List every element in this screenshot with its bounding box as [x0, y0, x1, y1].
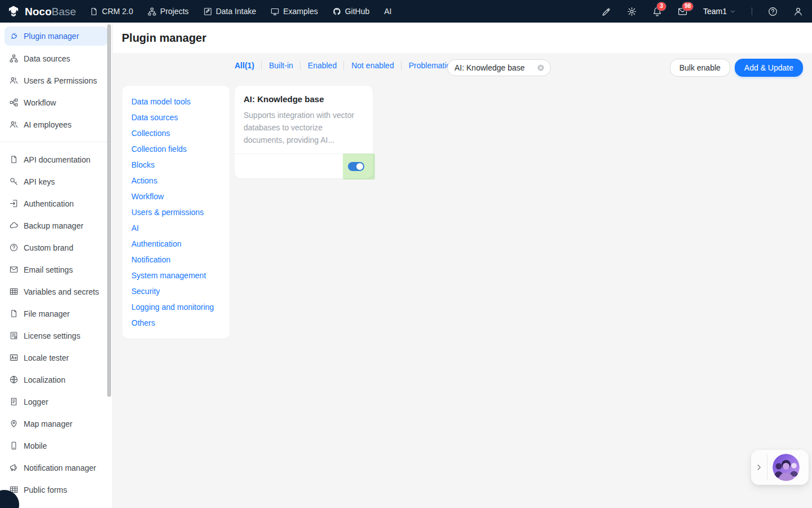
sidebar-item-custom-brand[interactable]: Custom brand: [0, 237, 112, 259]
nav-item-label: GitHub: [345, 7, 370, 16]
sidebar-item-ai-employees[interactable]: AI employees: [0, 113, 112, 135]
clear-search-icon[interactable]: [537, 64, 545, 72]
sidebar-item-email-settings[interactable]: Email settings: [0, 259, 112, 281]
category-link-notification[interactable]: Notification: [131, 252, 220, 268]
plugin-icon: [9, 32, 18, 41]
sidebar-item-backup-manager[interactable]: Backup manager: [0, 214, 112, 237]
sidebar-scrollbar[interactable]: [107, 24, 111, 397]
filter-tab-not-enabled[interactable]: Not enabled: [343, 61, 394, 70]
messages-button[interactable]: 98: [678, 7, 687, 16]
ai-employees-avatar[interactable]: [773, 454, 800, 481]
sidebar-item-label: Mobile: [24, 441, 47, 450]
help-button[interactable]: [768, 7, 778, 16]
plugin-enable-toggle[interactable]: [348, 162, 364, 171]
filter-tab-built-in[interactable]: Built-in: [261, 61, 293, 70]
sidebar-item-label: Public forms: [24, 485, 67, 494]
sidebar-item-api-keys[interactable]: API keys: [0, 170, 112, 192]
sitemap-icon: [148, 7, 156, 16]
sidebar-item-variables-and-secrets[interactable]: Variables and secrets: [0, 281, 112, 303]
sidebar-item-label: Variables and secrets: [24, 287, 99, 296]
plugin-description: Supports integration with vector databas…: [244, 109, 364, 146]
sidebar-item-label: Workflow: [24, 98, 56, 107]
filter-tabs: All(1)Built-inEnabledNot enabledProblema…: [235, 61, 451, 70]
brand[interactable]: NocoBase: [0, 5, 85, 18]
filter-tab-all-1[interactable]: All(1): [235, 61, 254, 70]
expand-panel-button[interactable]: [751, 463, 767, 471]
sidebar-item-label: Logger: [24, 397, 48, 406]
category-link-collections[interactable]: Collections: [131, 125, 220, 141]
sidebar-item-file-manager[interactable]: File manager: [0, 303, 112, 325]
map-pin-icon: [9, 419, 18, 428]
panel-divider: [767, 454, 767, 480]
plugin-card-ai-knowledge-base: AI: Knowledge base Supports integration …: [235, 86, 373, 178]
cloud-icon: [9, 221, 18, 230]
plugin-search-box[interactable]: [447, 59, 551, 76]
category-link-collection-fields[interactable]: Collection fields: [131, 141, 220, 157]
file-icon: [9, 309, 18, 318]
sidebar-item-label: Data sources: [24, 54, 70, 63]
sidebar-item-map-manager[interactable]: Map manager: [0, 413, 112, 435]
sidebar-item-mobile[interactable]: Mobile: [0, 435, 112, 457]
category-link-workflow[interactable]: Workflow: [131, 189, 220, 204]
brand-icon: [9, 243, 18, 252]
nav-item-ai[interactable]: AI: [384, 7, 391, 16]
sidebar-item-data-sources[interactable]: Data sources: [0, 47, 112, 69]
sidebar-item-authentication[interactable]: Authentication: [0, 192, 112, 214]
category-link-authentication[interactable]: Authentication: [131, 236, 220, 252]
category-link-data-model-tools[interactable]: Data model tools: [131, 94, 220, 110]
locale-icon: [9, 353, 18, 362]
category-link-ai[interactable]: AI: [131, 220, 220, 236]
nav-item-data-intake[interactable]: Data Intake: [204, 7, 257, 16]
chevron-down-icon: [730, 8, 736, 15]
mobile-icon: [9, 441, 18, 450]
filter-tab-enabled[interactable]: Enabled: [300, 61, 337, 70]
sidebar-item-users-permissions[interactable]: Users & Permissions: [0, 69, 112, 91]
category-list: Data model toolsData sourcesCollectionsC…: [131, 94, 220, 331]
team-switcher[interactable]: Team1: [703, 7, 736, 16]
category-link-system-management[interactable]: System management: [131, 268, 220, 283]
nocobase-logo-icon: [7, 5, 20, 18]
category-link-actions[interactable]: Actions: [131, 173, 220, 189]
nav-item-projects[interactable]: Projects: [148, 7, 189, 16]
users-icon: [9, 120, 18, 129]
ai-employee-panel: [751, 450, 809, 485]
nav-item-label: Examples: [283, 7, 317, 16]
sidebar-item-label: Localization: [24, 375, 65, 384]
toolbar: All(1)Built-inEnabledNot enabledProblema…: [113, 53, 812, 80]
nav-item-crm-2-0[interactable]: CRM 2.0: [90, 7, 133, 16]
sidebar-divider: [0, 142, 112, 142]
sidebar-item-localization[interactable]: Localization: [0, 369, 112, 391]
plugin-search-input[interactable]: [454, 63, 537, 72]
nav-item-examples[interactable]: Examples: [271, 7, 317, 16]
category-link-blocks[interactable]: Blocks: [131, 157, 220, 173]
category-link-others[interactable]: Others: [131, 315, 220, 331]
globe-icon: [9, 375, 18, 384]
sidebar-item-plugin-manager[interactable]: Plugin manager: [5, 27, 108, 46]
sidebar-item-logger[interactable]: Logger: [0, 391, 112, 413]
sidebar-item-locale-tester[interactable]: Locale tester: [0, 347, 112, 369]
category-link-data-sources[interactable]: Data sources: [131, 110, 220, 125]
category-link-security[interactable]: Security: [131, 283, 220, 299]
settings-sidebar: Plugin managerData sourcesUsers & Permis…: [0, 23, 113, 508]
add-update-button[interactable]: Add & Update: [735, 59, 803, 77]
sidebar-item-label: API documentation: [24, 155, 90, 164]
sidebar-item-label: File manager: [24, 309, 70, 318]
notifications-button[interactable]: 3: [652, 7, 662, 16]
category-link-logging-and-monitoring[interactable]: Logging and monitoring: [131, 299, 220, 315]
ui-editor-highlighter-icon[interactable]: [602, 7, 611, 16]
sidebar-item-label: Custom brand: [24, 243, 73, 252]
sidebar-item-license-settings[interactable]: License settings: [0, 325, 112, 347]
category-link-users-permissions[interactable]: Users & permissions: [131, 204, 220, 220]
settings-gear-button[interactable]: [627, 7, 637, 16]
brand-name-bold: Noco: [25, 6, 52, 17]
sidebar-item-workflow[interactable]: Workflow: [0, 91, 112, 113]
sidebar-item-label: Notification manager: [24, 463, 96, 472]
nav-item-github[interactable]: GitHub: [333, 7, 370, 16]
sidebar-item-api-documentation[interactable]: API documentation: [0, 148, 112, 170]
bulk-enable-button[interactable]: Bulk enable: [670, 59, 730, 77]
user-menu-button[interactable]: [793, 7, 803, 16]
filter-tab-problematic[interactable]: Problematic: [401, 61, 451, 70]
sidebar-item-label: License settings: [24, 331, 80, 340]
sidebar-item-notification-manager[interactable]: Notification manager: [0, 457, 112, 479]
plugin-content: Data model toolsData sourcesCollectionsC…: [122, 86, 812, 339]
